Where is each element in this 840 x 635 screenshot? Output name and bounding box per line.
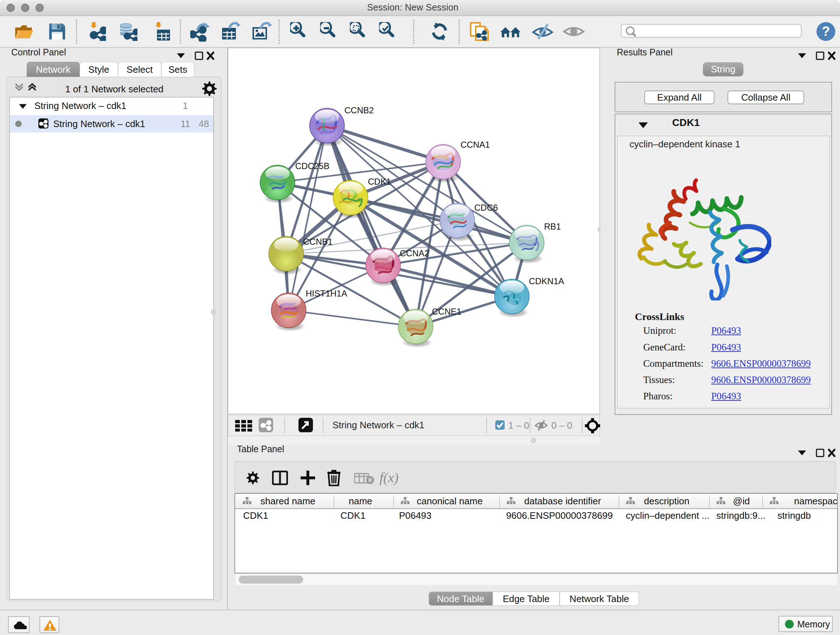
svg-text:CDC6: CDC6 [474, 203, 498, 212]
svg-text:CCNA2: CCNA2 [400, 249, 429, 258]
svg-text:?: ? [822, 24, 830, 39]
svg-text:CDK1: CDK1 [368, 177, 391, 187]
svg-text:HIST1H1A: HIST1H1A [306, 288, 347, 298]
svg-text:RB1: RB1 [544, 222, 561, 231]
svg-text:CDKN1A: CDKN1A [529, 276, 564, 286]
svg-text:CCNE1: CCNE1 [432, 307, 461, 317]
svg-text:CDC25B: CDC25B [295, 161, 330, 171]
svg-text:CCNB1: CCNB1 [303, 237, 332, 247]
svg-text:CCNB2: CCNB2 [344, 105, 374, 115]
svg-text:CCNA1: CCNA1 [461, 140, 490, 149]
